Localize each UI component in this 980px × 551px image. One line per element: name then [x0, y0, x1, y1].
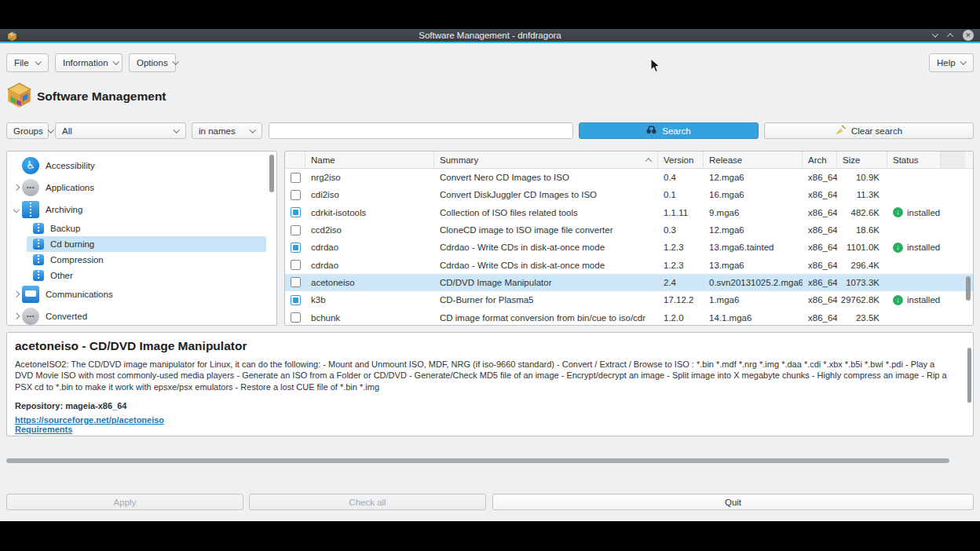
row-checkbox[interactable]	[291, 243, 301, 253]
page-title: Software Management	[37, 89, 166, 104]
cell-arch: x86_64	[803, 208, 837, 217]
tree-expander-icon[interactable]	[11, 289, 22, 300]
apply-button[interactable]: Apply	[6, 494, 243, 510]
maximize-button[interactable]	[948, 33, 953, 38]
table-row[interactable]: cdrdao Cdrdao - Write CDs in disk-at-onc…	[285, 239, 973, 256]
header-size[interactable]: Size	[837, 151, 887, 168]
menu-options[interactable]: Options	[129, 53, 176, 72]
menu-help[interactable]: Help	[929, 53, 974, 72]
header-summary[interactable]: Summary	[434, 151, 658, 168]
cell-release: 14.1.mga6	[704, 313, 803, 323]
tree-item[interactable]: Compression	[27, 252, 266, 268]
package-details: acetoneiso - CD/DVD Image Manipulator Ac…	[6, 332, 974, 436]
cell-size: 29762.8K	[837, 295, 887, 305]
cell-size: 23.5K	[837, 313, 887, 323]
clear-search-button[interactable]: Clear search	[764, 122, 974, 139]
cell-summary: Cdrdao - Write CDs in disk-at-once mode	[434, 243, 658, 252]
cell-name: cdrdao	[305, 243, 434, 252]
table-row[interactable]: ccd2iso CloneCD image to ISO image file …	[285, 221, 973, 239]
cell-release: 12.mga6	[704, 225, 803, 235]
table-row[interactable]: nrg2iso Convert Nero CD Images to ISO 0.…	[285, 169, 973, 186]
horizontal-scrollbar[interactable]	[6, 458, 949, 463]
tree-expander-icon[interactable]	[11, 311, 22, 322]
row-checkbox[interactable]	[291, 277, 301, 287]
cell-version: 17.12.2	[658, 295, 704, 305]
category-icon	[33, 223, 44, 234]
table-scrollbar[interactable]	[966, 276, 971, 301]
tree-item[interactable]: Backup	[27, 221, 266, 236]
cell-version: 0.4	[658, 173, 704, 182]
chevron-down-icon	[49, 129, 53, 133]
tree-item[interactable]: Applications	[7, 177, 276, 199]
row-checkbox[interactable]	[291, 190, 301, 200]
table-row[interactable]: bchunk CD image format conversion from b…	[285, 308, 973, 326]
header-version[interactable]: Version	[658, 151, 704, 168]
table-row[interactable]: k3b CD-Burner for Plasma5 17.12.2 1.mga6…	[285, 291, 973, 308]
table-row[interactable]: acetoneiso CD/DVD Image Manipulator 2.4 …	[285, 274, 973, 291]
details-title: acetoneiso - CD/DVD Image Manipulator	[15, 339, 965, 353]
cell-release: 0.svn20131025.2.mga6	[704, 278, 803, 287]
header-status[interactable]: Status	[887, 151, 941, 168]
tree-item[interactable]: Other	[27, 268, 266, 283]
row-checkbox[interactable]	[291, 207, 301, 217]
table-row[interactable]: cdrkit-isotools Collection of ISO files …	[285, 204, 973, 221]
quit-button[interactable]: Quit	[492, 494, 974, 510]
table-header: Name Summary Version Release Arch Size S…	[285, 151, 973, 169]
cell-arch: x86_64	[803, 261, 837, 270]
close-button[interactable]	[963, 30, 974, 41]
details-scrollbar[interactable]	[967, 348, 971, 403]
cell-release: 9.mga6	[704, 208, 803, 217]
cell-release: 16.mga6	[704, 190, 803, 199]
chevron-down-icon	[174, 60, 178, 65]
groups-dropdown[interactable]: Groups	[6, 122, 49, 139]
table-body: nrg2iso Convert Nero CD Images to ISO 0.…	[285, 169, 973, 326]
tree-expander-icon[interactable]	[11, 182, 22, 193]
tree-item[interactable]: Cd burning	[27, 236, 266, 252]
row-checkbox[interactable]	[291, 312, 301, 323]
header-release[interactable]: Release	[704, 151, 803, 168]
cell-summary: CD-Burner for Plasma5	[434, 295, 658, 305]
check-all-button[interactable]: Check all	[249, 494, 486, 510]
titlebar: Software Management - dnfdragora	[0, 29, 980, 43]
header-arch[interactable]: Arch	[803, 151, 837, 168]
row-checkbox[interactable]	[291, 295, 301, 305]
cell-status: installed	[887, 207, 941, 217]
cell-status: installed	[887, 243, 941, 253]
category-icon	[22, 157, 39, 174]
table-row[interactable]: cdrdao Cdrdao - Write CDs in disk-at-onc…	[285, 256, 973, 273]
cell-name: k3b	[305, 295, 434, 305]
cell-release: 13.mga6.tainted	[704, 243, 803, 252]
tree-item[interactable]: Accessibility	[7, 155, 276, 177]
chevron-down-icon	[114, 60, 119, 65]
tree-item[interactable]: Converted	[7, 305, 276, 326]
cell-release: 13.mga6	[704, 261, 803, 270]
tree-item[interactable]: Communications	[7, 283, 276, 305]
header-extra	[941, 151, 965, 168]
table-row[interactable]: cdi2iso Convert DiskJuggler CD Images to…	[285, 186, 973, 203]
row-checkbox[interactable]	[291, 260, 301, 270]
search-scope-dropdown[interactable]: in names	[192, 122, 262, 139]
tree-expander-icon[interactable]	[11, 204, 22, 215]
category-icon	[22, 179, 39, 196]
search-button[interactable]: Search	[579, 122, 759, 139]
cell-size: 296.4K	[837, 261, 887, 270]
cell-name: ccd2iso	[305, 225, 434, 235]
cell-arch: x86_64	[803, 190, 837, 199]
category-dropdown[interactable]: All	[55, 122, 186, 139]
tree-item[interactable]: Archiving	[7, 199, 276, 221]
menu-information[interactable]: Information	[55, 53, 122, 72]
cell-summary: Collection of ISO files related tools	[434, 208, 658, 217]
header-check[interactable]	[285, 151, 305, 168]
tree-scrollbar[interactable]	[269, 155, 274, 192]
cell-version: 0.1	[658, 190, 704, 199]
menu-file[interactable]: File	[6, 53, 49, 72]
chevron-down-icon	[36, 60, 41, 65]
chevron-down-icon	[961, 60, 966, 65]
tree-expander-icon[interactable]	[11, 160, 22, 171]
row-checkbox[interactable]	[291, 173, 301, 183]
cell-size: 18.6K	[837, 225, 887, 235]
header-name[interactable]: Name	[305, 151, 434, 168]
row-checkbox[interactable]	[291, 225, 301, 235]
minimize-button[interactable]	[933, 33, 938, 38]
search-input[interactable]	[269, 122, 573, 139]
